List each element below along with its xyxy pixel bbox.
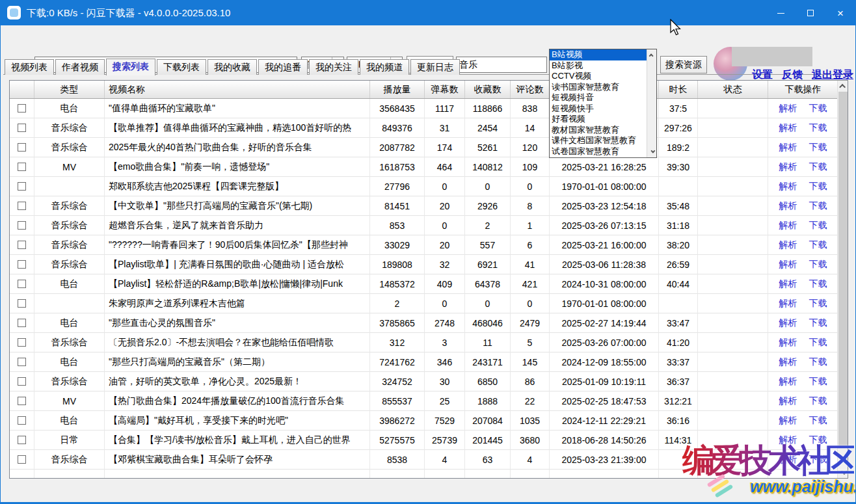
column-header-2[interactable]: 视频名称: [105, 81, 370, 98]
dropdown-option-9[interactable]: 试卷国家智慧教育: [550, 146, 647, 157]
download-link[interactable]: 下载: [809, 142, 827, 153]
parse-link[interactable]: 解析: [779, 103, 797, 114]
scroll-up-icon[interactable]: [647, 50, 656, 60]
parse-link[interactable]: 解析: [779, 161, 797, 173]
download-link[interactable]: 下载: [809, 415, 827, 427]
settings-link[interactable]: 设置: [752, 69, 773, 80]
tab-3[interactable]: 下载列表: [157, 59, 206, 75]
row-checkbox[interactable]: [18, 221, 26, 230]
parse-link[interactable]: 解析: [779, 415, 797, 427]
dropdown-option-3[interactable]: 读书国家智慧教育: [550, 82, 647, 93]
cell-name: 【邓紫棋宝藏歌曲合集】耳朵听了会怀孕: [105, 450, 370, 470]
download-link[interactable]: 下载: [809, 239, 827, 251]
dropdown-option-4[interactable]: 短视频抖音: [550, 92, 647, 103]
row-checkbox-cell: [10, 391, 34, 411]
row-checkbox[interactable]: [18, 397, 26, 405]
dropdown-scrollbar[interactable]: [647, 49, 656, 157]
dropdown-option-1[interactable]: B站影视: [550, 60, 647, 72]
parse-link[interactable]: 解析: [779, 239, 797, 251]
row-checkbox[interactable]: [18, 260, 26, 269]
vertical-scrollbar[interactable]: [837, 81, 848, 478]
row-checkbox[interactable]: [18, 104, 26, 113]
row-checkbox[interactable]: [18, 202, 26, 210]
parse-link[interactable]: 解析: [779, 200, 797, 212]
dropdown-option-5[interactable]: 短视频快手: [550, 103, 647, 114]
download-link[interactable]: 下载: [809, 103, 827, 114]
row-checkbox[interactable]: [18, 455, 26, 464]
tab-0[interactable]: 视频列表: [5, 59, 54, 75]
maximize-button[interactable]: [796, 1, 825, 25]
close-button[interactable]: ×: [825, 1, 855, 25]
feedback-link[interactable]: 反馈: [782, 69, 803, 80]
download-link[interactable]: 下载: [809, 376, 827, 388]
row-checkbox[interactable]: [18, 280, 26, 288]
tab-8[interactable]: 更新日志: [410, 59, 460, 75]
column-header-6[interactable]: 评论数: [511, 81, 550, 98]
row-checkbox[interactable]: [18, 163, 26, 171]
download-link[interactable]: 下载: [809, 181, 827, 192]
column-header-10[interactable]: 下载操作: [768, 81, 838, 98]
scroll-up-icon[interactable]: [838, 81, 848, 92]
column-header-0[interactable]: [10, 81, 34, 98]
download-link[interactable]: 下载: [809, 395, 827, 407]
tab-2[interactable]: 搜索列表: [106, 59, 155, 75]
tab-5[interactable]: 我的追番: [258, 59, 308, 75]
parse-link[interactable]: 解析: [779, 376, 797, 388]
row-checkbox[interactable]: [18, 358, 26, 366]
download-link[interactable]: 下载: [809, 259, 827, 271]
download-link[interactable]: 下载: [809, 161, 827, 173]
column-header-3[interactable]: 播放量: [370, 81, 425, 98]
download-link[interactable]: 下载: [809, 317, 827, 329]
tab-4[interactable]: 我的收藏: [207, 59, 257, 75]
row-checkbox[interactable]: [18, 416, 26, 425]
column-header-4[interactable]: 弹幕数: [425, 81, 465, 98]
row-checkbox[interactable]: [18, 182, 26, 191]
row-checkbox[interactable]: [18, 436, 26, 444]
row-checkbox[interactable]: [18, 319, 26, 327]
row-checkbox[interactable]: [18, 124, 26, 132]
parse-link[interactable]: 解析: [779, 395, 797, 407]
row-checkbox[interactable]: [18, 338, 26, 347]
download-link[interactable]: 下载: [809, 220, 827, 232]
minimize-button[interactable]: [766, 1, 796, 25]
cell-name: 【歌单推荐】值得单曲循环的宝藏神曲，精选100首好听的热: [105, 118, 370, 138]
column-header-1[interactable]: 类型: [34, 81, 105, 98]
search-resource-button[interactable]: 搜索资源: [660, 56, 707, 73]
parse-link[interactable]: 解析: [779, 337, 797, 349]
column-header-5[interactable]: 收藏数: [465, 81, 511, 98]
download-link[interactable]: 下载: [809, 298, 827, 310]
row-checkbox[interactable]: [18, 377, 26, 386]
search-keyword-input[interactable]: [456, 57, 547, 73]
parse-link[interactable]: 解析: [779, 181, 797, 192]
parse-link[interactable]: 解析: [779, 356, 797, 368]
tab-6[interactable]: 我的关注: [309, 59, 358, 75]
download-link[interactable]: 下载: [809, 337, 827, 349]
download-link[interactable]: 下载: [809, 278, 827, 290]
parse-link[interactable]: 解析: [779, 220, 797, 232]
parse-link[interactable]: 解析: [779, 259, 797, 271]
dropdown-option-6[interactable]: 好看视频: [550, 114, 647, 125]
row-checkbox[interactable]: [18, 241, 26, 249]
scroll-down-icon[interactable]: [647, 147, 656, 157]
row-checkbox[interactable]: [18, 143, 26, 152]
tab-7[interactable]: 我的频道: [360, 59, 409, 75]
dropdown-option-0[interactable]: B站视频: [550, 49, 647, 60]
parse-link[interactable]: 解析: [779, 278, 797, 290]
tab-1[interactable]: 作者视频: [55, 59, 105, 75]
dropdown-option-7[interactable]: 教材国家智慧教育: [550, 125, 647, 136]
cell-danmaku: 7529: [425, 411, 465, 431]
parse-link[interactable]: 解析: [779, 317, 797, 329]
logout-link[interactable]: 退出登录: [812, 69, 853, 80]
column-header-8[interactable]: 时长: [659, 81, 698, 98]
download-link[interactable]: 下载: [809, 122, 827, 134]
dropdown-option-8[interactable]: 课件文档国家智慧教育: [550, 135, 647, 146]
parse-link[interactable]: 解析: [779, 142, 797, 153]
row-checkbox[interactable]: [18, 299, 26, 308]
column-header-9[interactable]: 状态: [698, 81, 768, 98]
dropdown-option-2[interactable]: CCTV视频: [550, 71, 647, 82]
download-link[interactable]: 下载: [809, 356, 827, 368]
parse-link[interactable]: 解析: [779, 298, 797, 310]
scrollbar-thumb[interactable]: [838, 92, 848, 448]
parse-link[interactable]: 解析: [779, 122, 797, 134]
download-link[interactable]: 下载: [809, 200, 827, 212]
